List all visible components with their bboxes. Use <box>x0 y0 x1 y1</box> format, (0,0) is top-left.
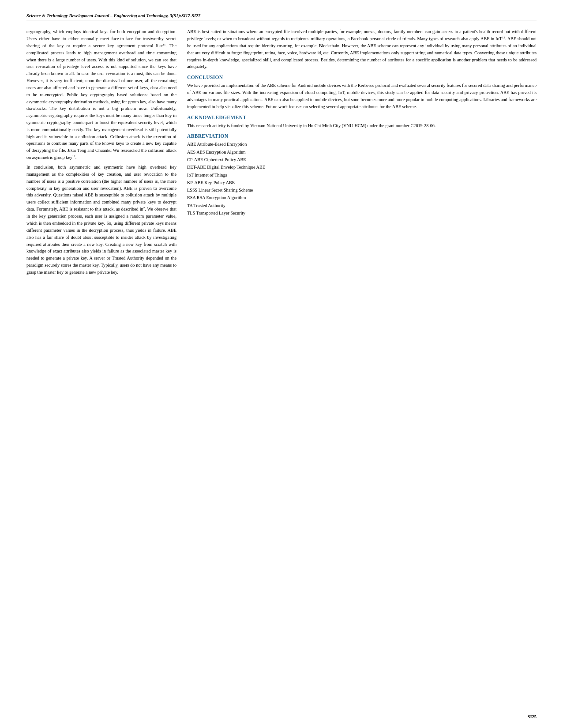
abbrev-item-tls: TLS Transported Layer Security <box>187 210 537 216</box>
abbrev-item-abe: ABE Attribute-Based Encryption <box>187 141 537 147</box>
acknowledgement-text: This research activity is funded by Viet… <box>187 122 537 129</box>
left-para-1: cryptography, which employs identical ke… <box>26 28 176 161</box>
abbrev-item-iot: IoT Internet of Things <box>187 172 537 178</box>
page-number: SI25 <box>528 714 537 719</box>
sup-12: 12 <box>72 155 75 158</box>
header-bar: Science & Technology Development Journal… <box>26 13 537 20</box>
abbrev-item-ta: TA Trusted Authority <box>187 202 537 209</box>
abbrev-item-lsss: LSSS Linear Secret Sharing Scheme <box>187 187 537 193</box>
abbreviation-list: ABE Attribute-Based Encryption AES AES E… <box>187 141 537 216</box>
left-para-2: In conclusion, both asymmetric and symme… <box>26 164 176 275</box>
two-column-layout: cryptography, which employs identical ke… <box>26 28 537 279</box>
sup-7: 7 <box>143 206 145 210</box>
sup-13: 13 <box>502 36 505 39</box>
sup-11: 11 <box>163 43 166 46</box>
left-column: cryptography, which employs identical ke… <box>26 28 176 279</box>
abbreviation-heading: ABBREVIATION <box>187 133 537 139</box>
journal-header: Science & Technology Development Journal… <box>26 13 200 18</box>
conclusion-text: We have provided an implementation of th… <box>187 82 537 110</box>
abbrev-item-detabe: DET-ABE Digital Envelop Technique ABE <box>187 164 537 170</box>
right-column: ABE is best suited in situations where a… <box>187 28 537 279</box>
abbrev-item-rsa: RSA RSA Encryption Algorithm <box>187 194 537 201</box>
abbrev-item-kpabe: KP-ABE Key-Policy ABE <box>187 179 537 186</box>
conclusion-heading: CONCLUSION <box>187 75 537 80</box>
right-para-intro: ABE is best suited in situations where a… <box>187 28 537 70</box>
acknowledgement-heading: ACKNOWLEDGEMENT <box>187 115 537 120</box>
abbrev-item-aes: AES AES Encryption Algorithm <box>187 149 537 155</box>
page: Science & Technology Development Journal… <box>0 0 563 728</box>
abbrev-item-cpabe: CP-ABE Ciphertext-Policy ABE <box>187 156 537 163</box>
